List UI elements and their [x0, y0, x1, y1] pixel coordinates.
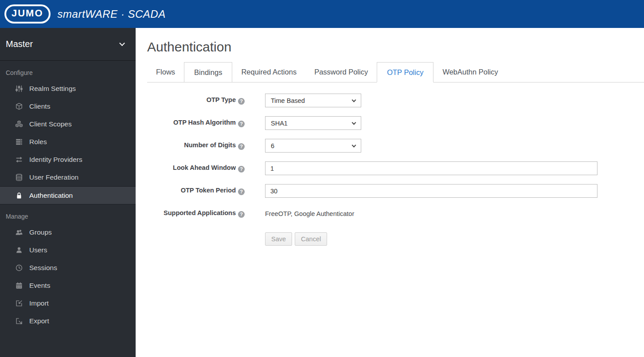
sidebar: Master Configure Realm Settings Clients	[0, 28, 136, 357]
save-button[interactable]: Save	[265, 232, 292, 246]
lock-icon	[15, 191, 23, 200]
tab-otp-policy[interactable]: OTP Policy	[377, 62, 433, 82]
sidebar-item-groups[interactable]: Groups	[0, 224, 136, 241]
help-icon[interactable]: ?	[238, 211, 245, 218]
sidebar-section-manage: Manage	[0, 204, 136, 224]
user-icon	[15, 246, 23, 255]
tab-required-actions[interactable]: Required Actions	[232, 62, 305, 82]
clock-icon	[15, 263, 23, 272]
help-icon[interactable]: ?	[238, 143, 245, 150]
tab-password-policy[interactable]: Password Policy	[305, 62, 377, 82]
sidebar-item-roles[interactable]: Roles	[0, 133, 136, 151]
cubes-icon	[15, 120, 23, 129]
form-row-otp-hash-algorithm: OTP Hash Algorithm? SHA1	[147, 116, 644, 130]
form-row-look-ahead-window: Look Ahead Window?	[147, 161, 644, 175]
sidebar-item-label: Clients	[29, 102, 50, 110]
calendar-icon	[15, 281, 23, 290]
otp-hash-algorithm-label: OTP Hash Algorithm?	[147, 119, 245, 127]
cancel-button[interactable]: Cancel	[295, 232, 327, 246]
form-actions: Save Cancel	[265, 232, 644, 246]
sidebar-item-label: Realm Settings	[29, 85, 76, 93]
sidebar-item-user-federation[interactable]: User Federation	[0, 169, 136, 186]
sidebar-item-sessions[interactable]: Sessions	[0, 259, 136, 277]
users-icon	[15, 228, 23, 237]
chevron-down-icon	[352, 98, 356, 102]
form-row-otp-token-period: OTP Token Period?	[147, 184, 644, 198]
sidebar-item-import[interactable]: Import	[0, 294, 136, 312]
sidebar-item-label: User Federation	[29, 173, 78, 181]
sidebar-item-label: Roles	[29, 138, 47, 146]
supported-applications-value: FreeOTP, Google Authenticator	[265, 210, 354, 217]
form-row-supported-applications: Supported Applications? FreeOTP, Google …	[147, 207, 644, 220]
help-icon[interactable]: ?	[238, 98, 245, 105]
sidebar-item-label: Events	[29, 282, 50, 290]
chevron-down-icon	[119, 40, 125, 46]
import-icon	[15, 299, 23, 308]
otp-policy-form: OTP Type? Time Based OTP Hash Algorithm?…	[147, 94, 644, 246]
otp-type-label: OTP Type?	[147, 96, 245, 105]
chevron-down-icon	[352, 120, 356, 125]
otp-hash-algorithm-select[interactable]: SHA1	[265, 116, 361, 130]
sidebar-item-export[interactable]: Export	[0, 312, 136, 330]
realm-selector[interactable]: Master	[0, 28, 136, 61]
help-icon[interactable]: ?	[238, 166, 245, 173]
form-row-otp-type: OTP Type? Time Based	[147, 94, 644, 107]
sidebar-item-users[interactable]: Users	[0, 241, 136, 259]
help-icon[interactable]: ?	[238, 121, 245, 127]
database-icon	[15, 173, 23, 182]
sidebar-section-configure: Configure	[0, 61, 136, 80]
chevron-down-icon	[352, 143, 356, 147]
sliders-icon	[15, 84, 23, 93]
sidebar-item-authentication[interactable]: Authentication	[0, 186, 136, 204]
otp-hash-algorithm-value: SHA1	[271, 120, 288, 127]
tab-flows[interactable]: Flows	[147, 62, 184, 82]
page-title: Authentication	[147, 39, 644, 55]
sidebar-item-label: Import	[29, 299, 49, 307]
export-icon	[15, 317, 23, 326]
sidebar-item-label: Users	[29, 246, 47, 254]
help-icon[interactable]: ?	[238, 188, 245, 195]
cube-icon	[15, 102, 23, 111]
sidebar-item-label: Groups	[29, 228, 52, 236]
sidebar-item-client-scopes[interactable]: Client Scopes	[0, 115, 136, 133]
realm-name: Master	[6, 39, 33, 49]
sidebar-item-label: Client Scopes	[29, 120, 72, 128]
jumo-logo[interactable]: JUMO	[4, 4, 51, 23]
sidebar-item-clients[interactable]: Clients	[0, 98, 136, 115]
number-of-digits-select[interactable]: 6	[265, 139, 361, 153]
exchange-arrows-icon	[15, 155, 23, 164]
otp-token-period-input[interactable]	[265, 184, 597, 198]
sidebar-item-realm-settings[interactable]: Realm Settings	[0, 80, 136, 98]
sidebar-item-events[interactable]: Events	[0, 277, 136, 294]
look-ahead-window-input[interactable]	[265, 161, 597, 175]
form-row-number-of-digits: Number of Digits? 6	[147, 139, 644, 153]
sidebar-item-label: Identity Providers	[29, 156, 82, 164]
otp-token-period-label: OTP Token Period?	[147, 187, 245, 195]
list-icon	[15, 137, 23, 146]
supported-applications-label: Supported Applications?	[147, 209, 245, 218]
sidebar-item-label: Sessions	[29, 264, 57, 272]
sidebar-item-identity-providers[interactable]: Identity Providers	[0, 151, 136, 169]
number-of-digits-value: 6	[271, 142, 274, 149]
otp-type-select[interactable]: Time Based	[265, 94, 361, 107]
otp-type-value: Time Based	[271, 97, 305, 104]
tab-webauthn-policy[interactable]: WebAuthn Policy	[433, 62, 507, 82]
number-of-digits-label: Number of Digits?	[147, 141, 245, 150]
sidebar-item-label: Authentication	[29, 192, 73, 200]
top-header-bar: JUMO smartWARE · SCADA	[0, 0, 644, 28]
main-content: Authentication Flows Bindings Required A…	[136, 28, 644, 357]
look-ahead-window-label: Look Ahead Window?	[147, 164, 245, 173]
tab-bar: Flows Bindings Required Actions Password…	[147, 62, 644, 82]
sidebar-item-label: Export	[29, 317, 49, 325]
tab-bindings[interactable]: Bindings	[184, 62, 232, 82]
product-brand-text: smartWARE · SCADA	[58, 8, 166, 20]
